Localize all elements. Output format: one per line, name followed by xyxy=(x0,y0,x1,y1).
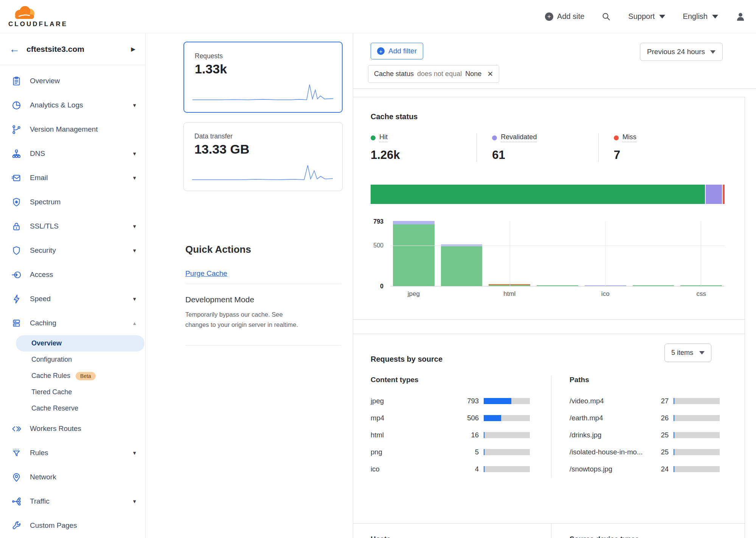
search-icon[interactable] xyxy=(602,12,611,21)
table-row[interactable]: /snowtops.jpg24 xyxy=(570,460,720,477)
sidebar-item-spectrum[interactable]: Spectrum xyxy=(0,190,145,214)
add-filter-button[interactable]: + Add filter xyxy=(371,43,423,59)
sidebar-item-security[interactable]: Security▼ xyxy=(0,238,145,263)
bar-mp4[interactable] xyxy=(441,244,483,286)
requests-by-source-title: Requests by source xyxy=(371,355,442,364)
sidebar-item-caching[interactable]: Caching▲ xyxy=(0,311,145,335)
time-range-label: Previous 24 hours xyxy=(647,48,705,56)
table-row[interactable]: /earth.mp426 xyxy=(570,409,720,426)
support-menu[interactable]: Support xyxy=(628,12,665,21)
requests-by-source-card: Requests by source 5 items Content types… xyxy=(353,334,745,538)
sidebar-item-custom-pages[interactable]: Custom Pages xyxy=(0,513,145,538)
sidebar-item-workers-routes[interactable]: Workers Routes xyxy=(0,417,145,441)
row-value: 25 xyxy=(644,431,669,439)
bar-png[interactable] xyxy=(537,285,578,286)
gridline-500 xyxy=(390,246,725,246)
chevron-down-icon: ▼ xyxy=(132,224,137,229)
chevron-right-icon[interactable]: ▶ xyxy=(131,46,135,53)
row-value: 25 xyxy=(644,448,669,456)
row-bar xyxy=(484,432,530,438)
sidebar-subitem-overview[interactable]: Overview xyxy=(16,335,144,351)
x-tick-label: html xyxy=(489,290,530,298)
add-site-button[interactable]: + Add site xyxy=(545,12,584,21)
sidebar-item-label: Spectrum xyxy=(30,198,137,206)
language-menu[interactable]: English xyxy=(683,12,718,21)
chevron-up-icon: ▲ xyxy=(132,320,137,326)
stat-label[interactable]: Miss xyxy=(622,133,636,142)
row-label: /earth.mp4 xyxy=(570,414,644,422)
shield-icon xyxy=(11,246,22,256)
beta-badge: Beta xyxy=(76,372,96,380)
sidebar-item-traffic[interactable]: Traffic▼ xyxy=(0,489,145,513)
table-row[interactable]: html16 xyxy=(371,426,530,443)
table-row[interactable]: /video.mp427 xyxy=(570,392,720,409)
sidebar-item-access[interactable]: Access xyxy=(0,263,145,287)
bar-segment-hit xyxy=(680,285,722,286)
table-row[interactable]: mp4506 xyxy=(371,409,530,426)
chevron-down-icon xyxy=(710,50,716,54)
sidebar-subitem-configuration[interactable]: Configuration xyxy=(0,351,145,368)
chevron-down-icon: ▼ xyxy=(132,499,137,504)
stat-label[interactable]: Hit xyxy=(379,133,388,142)
sidebar-subitem-label: Cache Reserve xyxy=(31,404,78,412)
sidebar-subitem-cache-reserve[interactable]: Cache Reserve xyxy=(0,400,145,417)
x-tick-label: jpeg xyxy=(393,290,435,298)
hit-legend-dot xyxy=(371,135,376,140)
cache-status-title: Cache status xyxy=(371,112,418,121)
sidebar-item-email[interactable]: Email▼ xyxy=(0,166,145,190)
purge-cache-link[interactable]: Purge Cache xyxy=(185,269,227,278)
stat-value: 61 xyxy=(492,148,598,162)
sidebar-item-label: Network xyxy=(30,473,137,481)
sidebar-item-version-management[interactable]: Version Management xyxy=(0,117,145,141)
user-avatar-icon[interactable] xyxy=(736,12,745,22)
row-label: mp4 xyxy=(371,414,455,422)
data-transfer-card[interactable]: Data transfer 13.33 GB xyxy=(183,122,343,191)
sidebar-item-ssl-tls[interactable]: SSL/TLS▼ xyxy=(0,214,145,238)
cache-status-card: Cache status Hit1.26kRevalidated61Miss7 … xyxy=(353,97,745,320)
sidebar-subitem-cache-rules[interactable]: Cache RulesBeta xyxy=(0,368,145,384)
branch-icon xyxy=(11,124,22,135)
table-row[interactable]: /drinks.jpg25 xyxy=(570,426,720,443)
x-tick-label: ico xyxy=(585,290,626,298)
filter-value: None xyxy=(465,70,481,78)
sidebar-subitem-label: Configuration xyxy=(31,356,72,364)
back-arrow-icon[interactable]: ← xyxy=(9,43,20,55)
bar-segment-hit xyxy=(393,224,435,286)
y-tick-label: 793 xyxy=(373,218,383,225)
table-row[interactable]: /isolated-house-in-mo...25 xyxy=(570,443,720,460)
chevron-down-icon: ▼ xyxy=(132,151,137,157)
bar-jpeg[interactable] xyxy=(393,221,435,286)
development-mode-title: Development Mode xyxy=(185,295,254,304)
filter-chip-cache-status[interactable]: Cache status does not equal None ✕ xyxy=(368,65,499,83)
add-site-label: Add site xyxy=(557,12,584,21)
sidebar-item-label: Email xyxy=(30,174,132,182)
bar-css[interactable] xyxy=(680,285,722,286)
table-row[interactable]: ico4 xyxy=(371,460,530,477)
speed-icon xyxy=(11,294,22,304)
y-tick-label: 500 xyxy=(373,242,383,249)
y-axis-labels: 7935000 xyxy=(371,218,388,286)
time-range-dropdown[interactable]: Previous 24 hours xyxy=(640,43,723,61)
sidebar-item-rules[interactable]: Rules▼ xyxy=(0,441,145,465)
requests-card[interactable]: Requests 1.33k xyxy=(183,42,343,113)
caching-icon xyxy=(11,318,22,328)
cloudflare-logo[interactable]: CLOUDFLARE xyxy=(8,5,69,28)
requests-card-title: Requests xyxy=(195,52,342,60)
table-row[interactable]: jpeg793 xyxy=(371,392,530,409)
table-row[interactable]: png5 xyxy=(371,443,530,460)
row-value: 506 xyxy=(455,414,479,422)
sidebar-item-speed[interactable]: Speed▼ xyxy=(0,287,145,311)
sidebar-item-dns[interactable]: DNS▼ xyxy=(0,141,145,166)
sidebar-item-network[interactable]: Network xyxy=(0,465,145,489)
stat-label[interactable]: Revalidated xyxy=(501,133,537,142)
bar-segment-hit xyxy=(441,246,483,286)
sidebar-item-overview[interactable]: Overview xyxy=(0,69,145,93)
revalidated-legend-dot xyxy=(492,135,497,140)
remove-filter-icon[interactable]: ✕ xyxy=(487,70,493,78)
row-bar xyxy=(484,415,530,421)
sidebar-subitem-label: Cache Rules xyxy=(31,372,70,380)
sidebar-item-analytics-logs[interactable]: Analytics & Logs▼ xyxy=(0,93,145,117)
items-count-dropdown[interactable]: 5 items xyxy=(664,344,711,362)
sidebar-subitem-tiered-cache[interactable]: Tiered Cache xyxy=(0,384,145,400)
bar-other[interactable] xyxy=(633,285,674,286)
